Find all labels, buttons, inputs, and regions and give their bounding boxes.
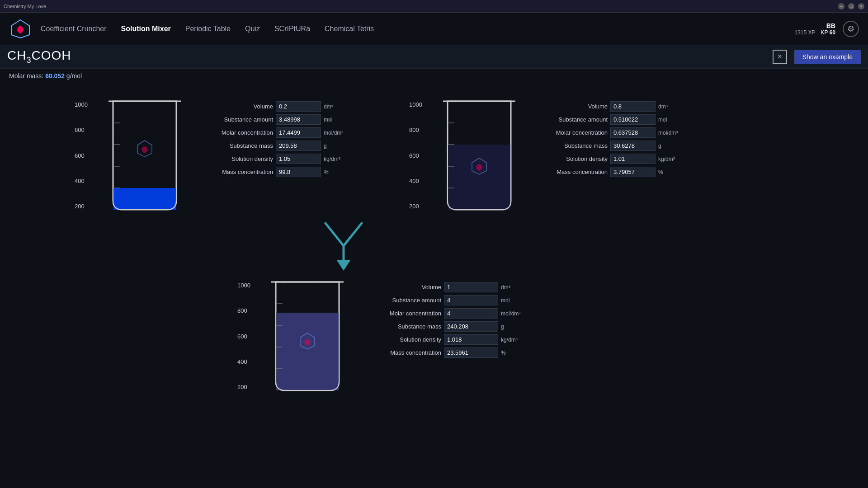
bottom-substance-amount-input[interactable] (444, 295, 498, 305)
left-substance-amount-row: Substance amount mol (201, 114, 343, 125)
nav-coefficient-cruncher[interactable]: Coefficient Cruncher (41, 23, 107, 35)
left-beaker-container: 1000 800 600 400 200 (99, 97, 343, 214)
header-right: BB 1315 XP KP 60 ⚙ (794, 21, 859, 37)
nav-scriptura[interactable]: SCrIPtURa (274, 23, 310, 35)
right-beaker-fields: Volume dm³ Substance amount mol Molar co… (535, 101, 678, 177)
right-substance-amount-input[interactable] (610, 114, 656, 125)
close-button[interactable]: × (858, 3, 864, 9)
left-substance-mass-unit: g (324, 143, 327, 149)
bottom-substance-amount-row: Substance amount mol (369, 295, 520, 305)
right-solution-density-unit: kg/dm³ (658, 156, 675, 162)
molar-mass-label: Molar mass: (9, 72, 43, 80)
molar-mass-unit: g/mol (66, 72, 82, 80)
formula-display: CH3COOH (7, 48, 773, 65)
bottom-substance-amount-unit: mol (501, 297, 509, 304)
left-substance-amount-input[interactable] (276, 114, 321, 125)
bottom-substance-mass-input[interactable] (444, 321, 498, 332)
right-substance-amount-unit: mol (658, 117, 667, 123)
left-volume-input[interactable] (276, 101, 321, 112)
left-volume-row: Volume dm³ (201, 101, 343, 112)
left-substance-mass-row: Substance mass g (201, 141, 343, 151)
molar-mass-bar: Molar mass: 60.052 g/mol (0, 69, 868, 83)
bottom-mass-concentration-row: Mass concentration % (369, 347, 520, 358)
main-content: 1000 800 600 400 200 (0, 83, 868, 486)
right-mass-concentration-input[interactable] (610, 167, 656, 177)
bottom-mass-concentration-label: Mass concentration (369, 349, 441, 356)
svg-line-16 (344, 223, 362, 246)
nav-periodic-table[interactable]: Periodic Table (185, 23, 231, 35)
right-solution-density-input[interactable] (610, 154, 656, 164)
bottom-solution-density-input[interactable] (444, 334, 498, 345)
right-volume-input[interactable] (610, 101, 656, 112)
nav-solution-mixer[interactable]: Solution Mixer (121, 23, 171, 35)
right-mass-concentration-row: Mass concentration % (535, 167, 678, 177)
app-title: Chemistry My Love (4, 4, 838, 9)
right-beaker-icon (470, 157, 488, 177)
right-substance-amount-row: Substance amount mol (535, 114, 678, 125)
left-substance-mass-label: Substance mass (201, 142, 273, 149)
minimize-button[interactable]: – (838, 3, 844, 9)
right-molar-concentration-input[interactable] (610, 127, 656, 138)
right-molar-concentration-row: Molar concentration mol/dm³ (535, 127, 678, 138)
bottom-mass-concentration-unit: % (501, 350, 506, 356)
formula-close-button[interactable]: × (773, 50, 787, 64)
left-mass-concentration-label: Mass concentration (201, 169, 273, 175)
right-solution-density-row: Solution density kg/dm³ (535, 154, 678, 164)
right-substance-mass-label: Substance mass (535, 142, 608, 149)
user-bb: BB (794, 22, 835, 29)
bottom-substance-mass-label: Substance mass (369, 323, 441, 330)
funnel-arrow (316, 219, 371, 275)
bottom-solution-density-label: Solution density (369, 336, 441, 343)
right-solution-density-label: Solution density (535, 155, 608, 162)
bottom-mass-concentration-input[interactable] (444, 347, 498, 358)
user-info: BB 1315 XP KP 60 (794, 22, 835, 36)
bottom-volume-label: Volume (369, 284, 441, 291)
right-mass-concentration-unit: % (658, 169, 663, 175)
maximize-button[interactable]: □ (848, 3, 854, 9)
left-mass-concentration-unit: % (324, 169, 329, 175)
bottom-substance-amount-label: Substance amount (369, 297, 441, 304)
left-mass-concentration-input[interactable] (276, 167, 321, 177)
left-molar-concentration-label: Molar concentration (201, 129, 273, 136)
bottom-beaker-fields: Volume dm³ Substance amount mol Molar co… (369, 282, 520, 358)
right-volume-row: Volume dm³ (535, 101, 678, 112)
user-xp: 1315 XP (794, 29, 815, 36)
bottom-molar-concentration-input[interactable] (444, 308, 498, 319)
left-substance-amount-unit: mol (324, 117, 332, 123)
svg-marker-18 (337, 260, 350, 271)
bottom-volume-input[interactable] (444, 282, 498, 292)
settings-button[interactable]: ⚙ (843, 21, 859, 37)
bottom-beaker-icon (298, 332, 316, 352)
right-beaker-container: 1000 800 600 400 200 (434, 97, 678, 214)
bottom-volume-row: Volume dm³ (369, 282, 520, 292)
header: Coefficient Cruncher Solution Mixer Peri… (0, 13, 868, 45)
left-substance-mass-input[interactable] (276, 141, 321, 151)
bottom-solution-density-row: Solution density kg/dm³ (369, 334, 520, 345)
logo[interactable] (9, 18, 32, 40)
left-solution-density-input[interactable] (276, 154, 321, 164)
right-molar-concentration-unit: mol/dm³ (658, 130, 678, 136)
right-molar-concentration-label: Molar concentration (535, 129, 608, 136)
right-substance-amount-label: Substance amount (535, 116, 608, 123)
molar-mass-value: 60.052 (45, 72, 65, 80)
left-molar-concentration-input[interactable] (276, 127, 321, 138)
right-substance-mass-input[interactable] (610, 141, 656, 151)
nav-chemical-tetris[interactable]: Chemical Tetris (325, 23, 374, 35)
bottom-beaker-container: 1000 800 600 400 200 (262, 277, 520, 395)
left-solution-density-row: Solution density kg/dm³ (201, 154, 343, 164)
bottom-molar-concentration-unit: mol/dm³ (501, 310, 520, 317)
left-molar-concentration-row: Molar concentration mol/dm³ (201, 127, 343, 138)
left-molar-concentration-unit: mol/dm³ (324, 130, 343, 136)
left-volume-unit: dm³ (324, 103, 333, 110)
bottom-molar-concentration-row: Molar concentration mol/dm³ (369, 308, 520, 319)
window-controls: – □ × (838, 3, 864, 9)
show-example-button[interactable]: Show an example (794, 50, 861, 64)
left-beaker-fields: Volume dm³ Substance amount mol Molar co… (201, 101, 343, 177)
formula-bar: CH3COOH × Show an example (0, 45, 868, 69)
right-substance-mass-row: Substance mass g (535, 141, 678, 151)
right-mass-concentration-label: Mass concentration (535, 169, 608, 175)
bottom-beaker: 1000 800 600 400 200 (262, 277, 353, 395)
left-volume-label: Volume (201, 103, 273, 110)
bottom-molar-concentration-label: Molar concentration (369, 310, 441, 317)
nav-quiz[interactable]: Quiz (245, 23, 260, 35)
